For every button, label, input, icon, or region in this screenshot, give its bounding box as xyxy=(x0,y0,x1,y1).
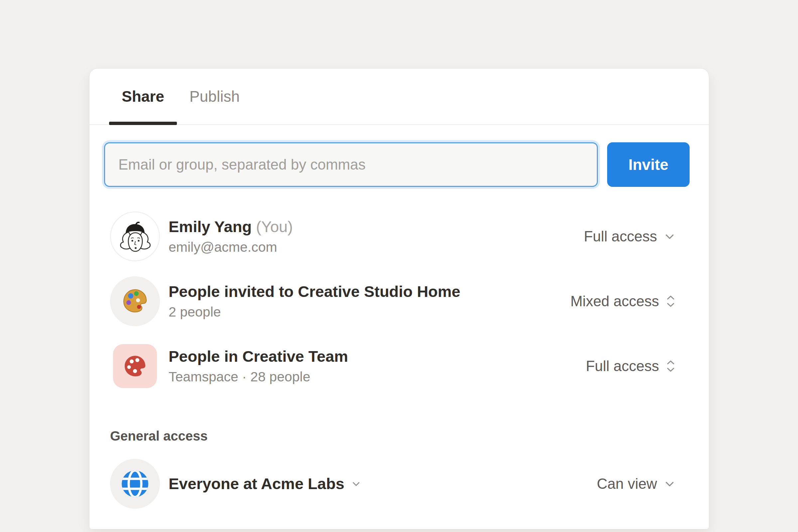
globe-icon xyxy=(119,468,151,500)
email-input[interactable] xyxy=(104,142,598,187)
member-row-emily: Emily Yang (You) emily@acme.com Full acc… xyxy=(90,206,709,267)
chevron-down-icon xyxy=(350,478,362,490)
tab-share-label: Share xyxy=(122,88,164,106)
member-row-invited-group: People invited to Creative Studio Home 2… xyxy=(90,270,709,332)
member-row-teamspace: People in Creative Team Teamspace · 28 p… xyxy=(90,335,709,397)
invite-row: Invite xyxy=(104,142,690,187)
member-name: Emily Yang (You) xyxy=(169,217,293,236)
scope-dropdown[interactable]: Everyone at Acme Labs xyxy=(169,474,362,493)
access-dropdown-emily[interactable]: Full access xyxy=(584,228,676,245)
general-access-row: Everyone at Acme Labs Can view xyxy=(90,453,709,514)
member-meta: Teamspace · 28 people xyxy=(169,368,348,385)
access-dropdown-invited-group[interactable]: Mixed access xyxy=(570,293,676,309)
access-dropdown-general[interactable]: Can view xyxy=(597,475,676,492)
chevron-up-down-icon xyxy=(665,359,676,374)
tab-share[interactable]: Share xyxy=(109,69,177,125)
access-dropdown-teamspace[interactable]: Full access xyxy=(586,358,676,374)
member-name: People in Creative Team xyxy=(169,347,348,366)
general-access-heading: General access xyxy=(110,429,676,443)
member-list: Emily Yang (You) emily@acme.com Full acc… xyxy=(90,206,709,397)
tab-publish-label: Publish xyxy=(190,88,240,106)
globe-avatar xyxy=(110,459,160,509)
chevron-down-icon xyxy=(663,230,676,243)
member-count: 2 people xyxy=(169,303,460,321)
tab-bar: Share Publish xyxy=(90,69,709,125)
person-doodle-avatar xyxy=(110,211,160,261)
invite-button[interactable]: Invite xyxy=(607,142,690,187)
chevron-up-down-icon xyxy=(665,294,676,308)
share-dialog: Share Publish Invite xyxy=(89,68,709,529)
palette-emoji-avatar xyxy=(110,276,160,326)
tab-publish[interactable]: Publish xyxy=(177,69,252,125)
red-palette-avatar xyxy=(113,344,157,388)
member-email: emily@acme.com xyxy=(169,239,293,256)
you-label: (You) xyxy=(256,218,293,235)
chevron-down-icon xyxy=(663,477,676,491)
member-name: People invited to Creative Studio Home xyxy=(169,282,460,301)
